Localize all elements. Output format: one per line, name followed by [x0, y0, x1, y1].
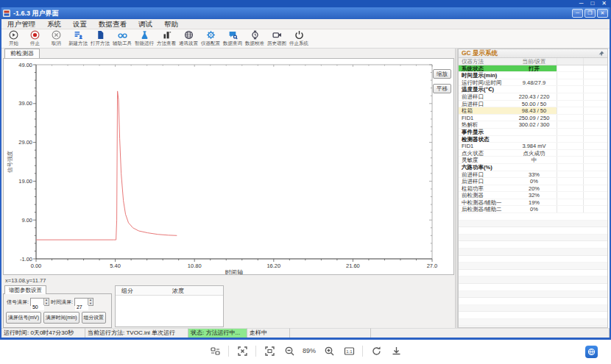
- gc-row: 运行时间/总时间9.48/27.9: [459, 79, 607, 87]
- toolbar-button-5[interactable]: 辅助工具: [111, 29, 133, 48]
- toolbar-button-8[interactable]: 通讯设置: [177, 29, 199, 48]
- time-fullscale-spinner[interactable]: ▲▼: [74, 298, 93, 306]
- minimize-button[interactable]: ─: [572, 9, 583, 18]
- toolbar-label: 数据校准: [245, 40, 264, 47]
- outer-close-button[interactable]: ✕: [601, 1, 607, 7]
- svg-text:16.20: 16.20: [266, 263, 280, 269]
- toolbar-button-6[interactable]: 智能运行: [133, 29, 155, 48]
- svg-text:-1.00: -1.00: [20, 256, 32, 263]
- tab-front-detector[interactable]: 前检测器: [4, 49, 40, 58]
- gc-row: 灵敏度中: [459, 157, 607, 164]
- gc-row: 温度显示(℃): [459, 86, 607, 93]
- gc-row-empty: [557, 65, 584, 72]
- gc-row-empty: [557, 115, 584, 121]
- layout-icon[interactable]: [208, 344, 222, 357]
- close-button[interactable]: ✕: [597, 9, 608, 18]
- gc-row-empty: [584, 86, 607, 93]
- gc-row-value: [512, 136, 557, 143]
- spin-down-icon[interactable]: ▼: [43, 302, 49, 306]
- tab-spectrum-params[interactable]: 谱图参数设置: [4, 285, 46, 294]
- menu-item-1[interactable]: 系统: [41, 19, 67, 29]
- gc-row-value: 0%: [512, 178, 557, 185]
- gc-row-filler: [459, 312, 607, 319]
- gc-row-empty: [584, 171, 607, 178]
- gc-row-value: [512, 72, 557, 79]
- gc-row: 检测器状态: [459, 136, 607, 143]
- menu-item-5[interactable]: 帮助: [158, 19, 184, 29]
- maximize-button[interactable]: ❐: [584, 9, 596, 18]
- toolbar-label: 历史谱图: [267, 40, 286, 47]
- spin-down-icon[interactable]: ▼: [88, 302, 93, 306]
- gc-row-label: 时间显示(min): [459, 72, 512, 79]
- zoom-in-icon[interactable]: [322, 344, 336, 357]
- fit-screen-icon[interactable]: [263, 344, 276, 357]
- gc-row-value: 300.02 / 300: [512, 121, 557, 128]
- gc-row-label: 仪器方法: [459, 58, 512, 65]
- time-fullscale-input[interactable]: [75, 304, 88, 310]
- plot-pan-button[interactable]: 平移: [433, 84, 451, 93]
- svg-text:时间轴: 时间轴: [225, 269, 243, 274]
- signal-fullscale-spinner[interactable]: ▲▼: [30, 298, 49, 306]
- svg-text:27.0: 27.0: [427, 263, 438, 269]
- component-settings-button[interactable]: 组分设置: [82, 312, 106, 324]
- download-icon[interactable]: [389, 344, 403, 357]
- menu-item-0[interactable]: 用户管理: [1, 19, 41, 29]
- gc-row-empty: [584, 178, 607, 185]
- status-segment-2: 状态: 方法运行中...: [188, 328, 247, 338]
- toolbar-button-4[interactable]: 打开方法: [89, 29, 111, 48]
- gc-row-label: 检测器状态: [459, 136, 512, 143]
- gc-row-empty: [584, 121, 607, 128]
- gc-row-empty: [557, 164, 584, 171]
- chart-panel: 前检测器 0.005.4010.8016.2021.6027.049.0039.…: [1, 49, 455, 328]
- gc-row-filler: [459, 235, 607, 242]
- outer-minimize-button[interactable]: ─: [579, 1, 584, 7]
- gc-row-label: 柱箱功率: [459, 185, 512, 192]
- gc-row-empty: [584, 107, 607, 114]
- fullscale-signal-button[interactable]: 满屏信号(mV): [6, 312, 41, 324]
- outer-maximize-button[interactable]: □: [590, 1, 594, 7]
- toolbar-button-9[interactable]: 仪器配置: [199, 29, 222, 48]
- app-logo-icon[interactable]: [585, 346, 598, 358]
- gc-row-filler: [459, 249, 607, 256]
- status-segment-1: 当前运行方法: TVOC.ini 单次运行: [85, 328, 188, 338]
- toolbar-button-2[interactable]: 取消: [46, 29, 67, 48]
- stop-system-icon: [294, 30, 304, 40]
- gc-row: FID13.984 mV: [459, 143, 607, 150]
- toolbar-button-1[interactable]: 停止: [24, 29, 46, 48]
- gc-row-empty: [584, 101, 607, 107]
- gc-row-filler: [459, 291, 607, 299]
- menu-item-2[interactable]: 设置: [67, 19, 93, 29]
- gc-row-empty: [557, 101, 584, 107]
- gc-row: 系统状态打开: [459, 65, 607, 73]
- fullscreen-icon[interactable]: [236, 344, 249, 357]
- toolbar-button-11[interactable]: 数据校准: [244, 29, 266, 48]
- pin-icon[interactable]: [598, 51, 604, 57]
- toolbar-button-12[interactable]: 历史谱图: [266, 29, 288, 48]
- toolbar-button-0[interactable]: 开始: [3, 29, 24, 48]
- zoom-out-icon[interactable]: [283, 344, 296, 357]
- gc-row-value: 32%: [512, 192, 557, 199]
- gc-row-empty: [557, 136, 584, 143]
- actual-size-icon[interactable]: 1:1: [342, 344, 356, 357]
- toolbar-button-3[interactable]: 新建方法: [67, 29, 89, 48]
- signal-fullscale-input[interactable]: [31, 304, 44, 310]
- menu-item-4[interactable]: 调试: [133, 19, 158, 29]
- application-window: ─ □ ✕ -1.6.3 用户界面 ─ ❐ ✕ 用户管理系统设置数据查看调试帮助…: [0, 0, 611, 364]
- menu-item-3[interactable]: 数据查看: [93, 19, 133, 29]
- toolbar-button-13[interactable]: 停止系统: [288, 29, 310, 48]
- signal-fullscale-label: 信号满屏:: [7, 299, 29, 306]
- gc-row-empty: [584, 136, 607, 143]
- refresh-icon[interactable]: [370, 344, 383, 357]
- plot-zoom-button[interactable]: 缩放: [433, 69, 451, 79]
- gc-row-empty: [557, 93, 584, 100]
- gc-row-empty: [584, 93, 607, 100]
- gc-row: 前进样口33%: [459, 171, 607, 179]
- comm-settings-icon: [184, 30, 194, 40]
- toolbar-button-10[interactable]: 数据查询: [222, 29, 244, 48]
- gc-row-empty: [584, 79, 607, 86]
- gc-row-empty: [584, 157, 607, 163]
- gc-row-label: 后进样口: [459, 101, 512, 107]
- fullscale-time-button[interactable]: 满屏时间(min): [43, 312, 80, 324]
- toolbar-button-7[interactable]: 方法查看: [155, 29, 177, 48]
- gc-row-label: FID1: [459, 115, 512, 121]
